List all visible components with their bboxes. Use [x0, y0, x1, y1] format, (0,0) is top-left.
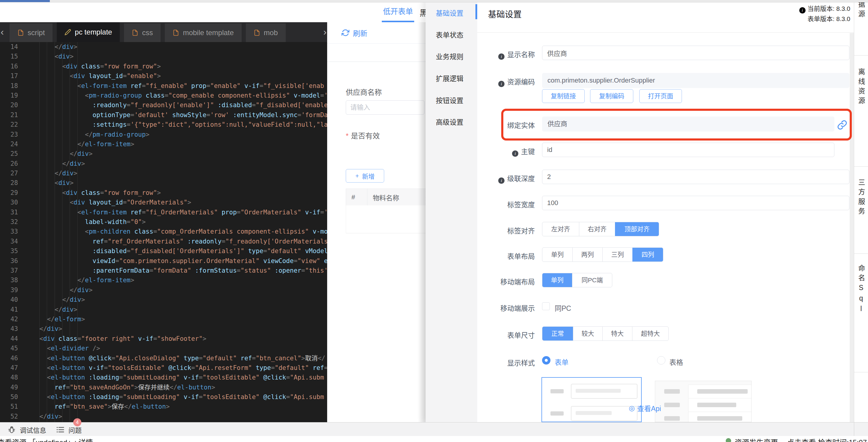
tab-low-code-form[interactable]: 低开表单 — [382, 2, 414, 22]
refresh-button[interactable]: 刷新 — [353, 28, 367, 38]
editor-tab-mobile-template[interactable]: mobile template — [165, 23, 241, 42]
option-两列[interactable]: 两列 — [572, 248, 602, 262]
code-line[interactable]: 37 :parentFormData="formData" :formStatu… — [0, 266, 327, 275]
option-单列[interactable]: 单列 — [542, 273, 572, 287]
tabs-scroll-left-icon[interactable]: ‹ — [1, 26, 4, 37]
code-line[interactable]: 27 </div> — [0, 169, 327, 178]
option-特大[interactable]: 特大 — [602, 327, 632, 341]
code-line[interactable]: 25 </div> — [0, 149, 327, 158]
rail-tab-1[interactable]: 据源 — [854, 0, 868, 56]
style-form-label[interactable]: 表单 — [555, 357, 568, 367]
option-四列[interactable]: 四列 — [632, 248, 663, 262]
code-line[interactable]: 51 ref="btn_save">保存</el-button> — [0, 402, 327, 411]
code-line[interactable]: 38 </el-form-item> — [0, 275, 327, 285]
code-line[interactable]: 28 <div> — [0, 178, 327, 188]
code-line[interactable]: 30 <div layout_id="OrderMaterials"> — [0, 198, 327, 207]
code-line[interactable]: 42 </el-form> — [0, 314, 327, 324]
code-line[interactable]: 31 <el-form-item ref="fi_OrderMaterials"… — [0, 207, 327, 217]
refresh-icon[interactable] — [342, 29, 349, 37]
code-line[interactable]: 19 <pm-radio-group class="comp_enable co… — [0, 91, 327, 100]
code-line[interactable]: 52 </div> — [0, 412, 327, 421]
code-line[interactable]: 21 optionType='default' showStyle='row' … — [0, 110, 327, 120]
primary-key-input[interactable] — [542, 143, 834, 157]
code-line[interactable]: 36 viewId="com.primeton.supplier.OrderMa… — [0, 256, 327, 266]
option-超特大[interactable]: 超特大 — [632, 327, 669, 341]
tabs-scroll-right-icon[interactable]: › — [323, 26, 327, 37]
radio-table-unselected[interactable] — [657, 356, 665, 364]
same-as-pc-checkbox[interactable] — [542, 302, 550, 310]
code-line[interactable]: 49 ref="btn_saveAndGoOn">保存并继续</el-butto… — [0, 383, 327, 392]
link-icon[interactable] — [837, 119, 847, 130]
settings-nav-6[interactable]: 高级设置 — [436, 117, 463, 127]
editor-tab-label: mobile template — [183, 29, 234, 37]
code-line[interactable]: 43 </div> — [0, 324, 327, 333]
rail-tab-2[interactable]: 离线资源 — [854, 56, 868, 167]
code-line[interactable]: 23 </pm-radio-group> — [0, 130, 327, 139]
action-button-3[interactable]: 打开页面 — [639, 89, 682, 103]
code-text: <el-form-item ref="fi_OrderMaterials" pr… — [32, 207, 327, 217]
rail-tab-4[interactable]: 命名Sql — [854, 254, 868, 372]
option-单列[interactable]: 单列 — [542, 248, 572, 262]
code-line[interactable]: 16 <div class="row form_row"> — [0, 62, 327, 71]
code-line[interactable]: 18 <el-form-item ref="fi_enable" prop="e… — [0, 81, 327, 91]
view-api-link[interactable]: ◎ 查看Api — [629, 403, 661, 413]
code-line[interactable]: 32 label-width="0"> — [0, 217, 327, 227]
code-line[interactable]: 20 :readonly="f_readonly['enable']" :dis… — [0, 100, 327, 110]
code-line[interactable]: 34 ref="ref_OrderMaterials" :readonly="f… — [0, 237, 327, 246]
editor-tab-pc-template[interactable]: pc template — [57, 22, 120, 42]
style-table-label[interactable]: 表格 — [669, 357, 683, 367]
code-line[interactable]: 41 </div> — [0, 305, 327, 314]
code-line[interactable]: 29 <div class="row form_row"> — [0, 188, 327, 198]
action-button-2[interactable]: 复制编码 — [590, 89, 633, 103]
editor-tab-css[interactable]: css — [124, 23, 161, 42]
code-line[interactable]: 14 </div> — [0, 42, 327, 52]
editor-tab-script[interactable]: script — [10, 23, 53, 42]
resource-detail-text[interactable]: 查看资源 「undefined」: 详情 — [0, 437, 93, 442]
settings-nav-4[interactable]: 扩展逻辑 — [436, 73, 463, 83]
settings-nav-1[interactable]: 基础设置 — [436, 7, 463, 18]
option-顶部对齐[interactable]: 顶部对齐 — [615, 222, 659, 236]
code-line[interactable]: 15 <div> — [0, 52, 327, 61]
label-width-input[interactable] — [542, 196, 849, 210]
option-正常[interactable]: 正常 — [542, 327, 573, 341]
option-较大[interactable]: 较大 — [573, 327, 602, 341]
code-line[interactable]: 22 :settings='{"type":"dict","options":n… — [0, 120, 327, 129]
preview-header-band — [327, 43, 426, 62]
code-line[interactable]: 46 <el-button @click="Api.closeDialog" t… — [0, 353, 327, 363]
rail-tab-3[interactable]: 三方服务 — [854, 167, 868, 254]
editor-tab-mob[interactable]: mob — [246, 23, 286, 42]
settings-nav-5[interactable]: 按钮设置 — [436, 95, 463, 105]
code-line[interactable]: 40 </div> — [0, 295, 327, 304]
display-name-input[interactable] — [542, 46, 849, 60]
option-右对齐[interactable]: 右对齐 — [579, 222, 615, 236]
resource-changed-notice[interactable]: 资源发生变更， 点击查看 检查时间:15:07 — [726, 437, 867, 442]
bind-entity-field[interactable]: 供应商 — [542, 117, 834, 131]
code-line[interactable]: 44 <div class="footer right" v-if="showF… — [0, 334, 327, 344]
settings-nav-3[interactable]: 业务规则 — [436, 51, 463, 61]
form-style-thumbnail-selected[interactable] — [541, 377, 642, 422]
code-line[interactable]: 48 <el-button :loading="submitLoading" v… — [0, 373, 327, 382]
settings-scrollbar[interactable] — [850, 33, 854, 422]
code-line[interactable]: 47 <el-button v-if="toolsEditable" @clic… — [0, 363, 327, 373]
settings-nav-2[interactable]: 表单状态 — [436, 29, 463, 40]
debug-info-button[interactable]: 调试信息 — [7, 425, 46, 435]
code-line[interactable]: 33 <pm-children class="comp_OrderMateria… — [0, 227, 327, 236]
line-number: 19 — [0, 91, 18, 100]
code-line[interactable]: 17 <div layout_id="enable"> — [0, 71, 327, 81]
code-line[interactable]: 24 </el-form-item> — [0, 139, 327, 149]
option-三列[interactable]: 三列 — [602, 248, 632, 262]
code-line[interactable]: 35 :disabled="f_disabled['OrderMaterials… — [0, 246, 327, 256]
code-line[interactable]: 50 <el-button :loading="submitLoading" v… — [0, 392, 327, 402]
supplier-name-input[interactable] — [346, 100, 424, 115]
code-line[interactable]: 45 <el-divider /> — [0, 344, 327, 353]
code-area[interactable]: 14 </div>15 <div>16 <div class="row form… — [0, 42, 327, 422]
add-row-button[interactable]: + 新增 — [346, 169, 384, 183]
code-line[interactable]: 39 </div> — [0, 285, 327, 295]
action-button-1[interactable]: 复制链接 — [542, 89, 585, 103]
radio-form-selected[interactable] — [542, 356, 551, 364]
table-style-thumbnail[interactable] — [655, 381, 751, 422]
code-line[interactable]: 26 </div> — [0, 159, 327, 169]
cascade-depth-input[interactable] — [542, 170, 849, 184]
option-左对齐[interactable]: 左对齐 — [542, 222, 579, 236]
option-同PC端[interactable]: 同PC端 — [572, 273, 612, 287]
